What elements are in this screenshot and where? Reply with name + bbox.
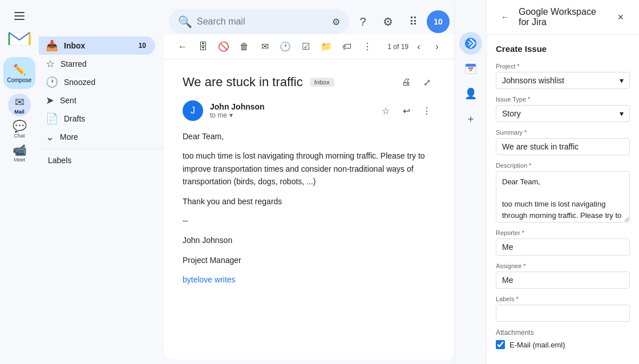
- issue-type-chevron-icon: ▾: [620, 109, 624, 118]
- sender-avatar: J: [183, 100, 203, 121]
- delete-button[interactable]: 🗑: [235, 38, 253, 56]
- add-to-tasks-button[interactable]: ☑: [297, 38, 315, 56]
- inbox-label: Inbox: [64, 41, 85, 50]
- starred-label: Starred: [60, 59, 87, 68]
- open-in-window-button[interactable]: ⤢: [418, 73, 436, 91]
- star-icon: ☆: [46, 58, 55, 70]
- email-actions: ☆ ↩ ⋮: [377, 102, 436, 120]
- svg-rect-5: [466, 64, 476, 67]
- advanced-search-icon[interactable]: ⚙: [332, 17, 340, 27]
- compose-icon: ✏️: [13, 63, 26, 76]
- settings-button[interactable]: ⚙: [377, 10, 399, 33]
- jira-panel: ← Google Workspace for Jira ✕ Create Iss…: [486, 0, 639, 364]
- contacts-addon-button[interactable]: 👤: [459, 82, 482, 105]
- jira-back-button[interactable]: ←: [496, 8, 514, 26]
- archive-button[interactable]: 🗄: [194, 38, 212, 56]
- nav-sent[interactable]: ➤ Sent: [39, 91, 155, 110]
- move-to-button[interactable]: 📁: [317, 38, 335, 56]
- reporter-input[interactable]: [496, 238, 630, 256]
- nav-more[interactable]: ⌄ More: [39, 128, 155, 146]
- attachments-label: Attachments: [496, 329, 630, 337]
- icon-sidebar: ✏️ Compose ✉ Mail 💬 Chat 📹 Meet: [0, 0, 39, 364]
- snooze-button[interactable]: 🕐: [276, 38, 294, 56]
- star-button[interactable]: ☆: [377, 102, 395, 120]
- nav-drafts[interactable]: 📄 Drafts: [39, 110, 155, 128]
- nav-starred[interactable]: ☆ Starred: [39, 55, 155, 73]
- issue-type-value: Story: [502, 109, 521, 118]
- body-paragraph-1: too much time is lost navigating through…: [183, 149, 436, 188]
- attachments-section: Attachments E-Mail (mail.eml): [496, 329, 630, 349]
- account-button[interactable]: 10: [427, 10, 450, 33]
- meet-icon: 📹: [13, 143, 27, 157]
- labels-button[interactable]: 🏷: [338, 38, 356, 56]
- jira-close-button[interactable]: ✕: [612, 8, 630, 26]
- nav-snoozed[interactable]: 🕐 Snoozed: [39, 73, 155, 91]
- description-label: Description *: [496, 162, 630, 169]
- snooze-icon: 🕐: [46, 76, 58, 88]
- search-input[interactable]: [197, 17, 327, 27]
- email-toolbar: ← 🗄 🚫 🗑 ✉ 🕐 ☑ 📁 🏷 ⋮ 1 of 19 ‹ ›: [164, 34, 454, 59]
- attachment-name: E-Mail (mail.eml): [509, 341, 565, 349]
- calendar-addon-button[interactable]: 📅: [459, 57, 482, 80]
- apps-button[interactable]: ⠿: [402, 10, 424, 33]
- svg-rect-2: [14, 19, 25, 20]
- nav-inbox[interactable]: 📥 Inbox 10: [39, 37, 155, 55]
- body-link: bytelove writes: [183, 273, 436, 286]
- svg-rect-0: [14, 12, 25, 13]
- summary-label: Summary *: [496, 129, 630, 136]
- mail-icon: ✉: [15, 95, 25, 109]
- reporter-field-group: Reporter *: [496, 229, 630, 256]
- search-icon[interactable]: 🔍: [178, 15, 192, 29]
- inbox-icon: 📥: [46, 39, 58, 52]
- issue-type-field-group: Issue Type * Story ▾: [496, 96, 630, 122]
- chat-icon: 💬: [13, 119, 27, 133]
- bytelove-link[interactable]: bytelove writes: [183, 275, 236, 284]
- nav-meet[interactable]: 📹 Meet: [8, 141, 31, 164]
- svg-text:📅: 📅: [468, 67, 474, 72]
- email-content: We are stuck in traffic Inbox 🖨 ⤢ J John…: [164, 59, 454, 359]
- print-button[interactable]: 🖨: [397, 73, 415, 91]
- hamburger-button[interactable]: [8, 5, 31, 27]
- issue-type-label: Issue Type *: [496, 96, 630, 103]
- add-addon-button[interactable]: ＋: [459, 107, 482, 130]
- more-actions-button[interactable]: ⋮: [418, 102, 436, 120]
- nav-meet-label: Meet: [14, 157, 25, 163]
- attachment-checkbox[interactable]: [496, 340, 505, 349]
- labels-input[interactable]: [496, 305, 630, 322]
- jira-header: ← Google Workspace for Jira ✕: [487, 0, 639, 35]
- sender-name: John Johnson: [210, 102, 370, 111]
- prev-email-button[interactable]: ‹: [411, 39, 427, 55]
- nav-chat[interactable]: 💬 Chat: [8, 118, 31, 140]
- nav-mail[interactable]: ✉ Mail: [8, 94, 31, 116]
- email-pager: 1 of 19 ‹ ›: [387, 39, 445, 55]
- project-value: Johnsons wishlist: [502, 76, 564, 85]
- back-to-list-button[interactable]: ←: [173, 38, 192, 56]
- summary-input[interactable]: [496, 138, 630, 155]
- to-me-label: to me: [210, 111, 227, 119]
- reply-button[interactable]: ↩: [397, 102, 415, 120]
- report-spam-button[interactable]: 🚫: [215, 38, 233, 56]
- mark-unread-button[interactable]: ✉: [256, 38, 274, 56]
- reporter-label: Reporter *: [496, 229, 630, 236]
- next-email-button[interactable]: ›: [429, 39, 445, 55]
- issue-type-select[interactable]: Story ▾: [496, 105, 630, 122]
- help-button[interactable]: ?: [351, 10, 374, 33]
- create-issue-title: Create Issue: [496, 44, 630, 56]
- svg-rect-1: [14, 15, 25, 17]
- project-chevron-icon: ▾: [620, 76, 624, 85]
- project-label: Project *: [496, 63, 630, 70]
- show-details-icon[interactable]: ▾: [229, 111, 233, 119]
- jira-addon-button[interactable]: [459, 32, 482, 55]
- email-sender-row: J John Johnson to me ▾ ☆ ↩ ⋮: [183, 100, 436, 121]
- more-options-button[interactable]: ⋮: [358, 38, 377, 56]
- email-body: Dear Team, too much time is lost navigat…: [183, 130, 436, 286]
- body-signature-title: Project Manager: [183, 254, 436, 266]
- search-bar[interactable]: 🔍 ⚙: [169, 9, 349, 34]
- sent-icon: ➤: [46, 94, 54, 107]
- compose-button[interactable]: ✏️ Compose: [3, 57, 35, 89]
- more-icon: ⌄: [46, 131, 54, 143]
- project-select[interactable]: Johnsons wishlist ▾: [496, 72, 630, 89]
- nav-chat-label: Chat: [14, 133, 25, 139]
- assignee-input[interactable]: [496, 272, 630, 289]
- description-textarea[interactable]: Dear Team, too much time is lost navigat…: [496, 171, 630, 223]
